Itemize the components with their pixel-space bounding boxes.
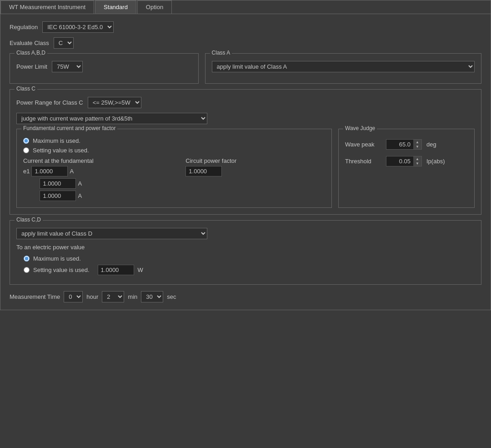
sec-select[interactable]: 0 10 20 30 40 50	[141, 291, 163, 302]
e1-row2: e1 A	[23, 178, 182, 189]
cd-radio-maximum-label: Maximum is used.	[33, 255, 81, 262]
class-cd-title: Class C,D	[15, 216, 43, 223]
evaluate-class-select[interactable]: C A B D	[54, 37, 74, 49]
judge-dropdown-select[interactable]: judge with current wave pattern of 3rd&5…	[16, 113, 207, 124]
threshold-row: Threshold ▲ ▼ Ip(abs)	[345, 156, 468, 166]
cd-setting-unit: W	[138, 267, 143, 273]
class-a-select[interactable]: apply limit value of Class A	[212, 61, 475, 72]
power-limit-label: Power Limit	[16, 63, 47, 70]
e1-unit-3: A	[78, 192, 82, 199]
power-range-select[interactable]: <= 25W,>=5W > 25W < 5W	[88, 97, 141, 108]
sec-label: sec	[167, 293, 176, 300]
evaluate-class-label: Evaluate Class	[10, 40, 49, 46]
threshold-input[interactable]	[386, 156, 413, 166]
wave-judge-title: Wave Judge	[343, 125, 377, 131]
threshold-label: Threshold	[345, 158, 381, 165]
threshold-spinbox: ▲ ▼	[386, 156, 422, 166]
power-limit-select[interactable]: 75W 100W 150W	[52, 61, 83, 72]
evaluate-class-row: Evaluate Class C A B D	[10, 37, 481, 49]
class-cd-group: Class C,D apply limit value of Class D a…	[10, 220, 481, 285]
min-select[interactable]: 0 1 2 5 10 15 20 30	[102, 291, 124, 302]
content-area: Regulation IEC 61000-3-2 Ed5.0 Evaluate …	[0, 14, 491, 310]
radio-setting-row: Setting value is used.	[23, 147, 325, 154]
power-range-label: Power Range for Class C	[16, 99, 83, 106]
wave-peak-row: Wave peak ▲ ▼ deg	[345, 139, 468, 150]
tab-option[interactable]: Option	[137, 0, 172, 14]
e1-label: e1	[23, 168, 30, 175]
radio-setting-label: Setting value is used.	[33, 147, 89, 154]
threshold-up[interactable]: ▲	[413, 156, 421, 161]
regulation-label: Regulation	[10, 24, 38, 30]
class-abd-group: Class A,B,D Power Limit 75W 100W 150W	[10, 53, 199, 84]
regulation-row: Regulation IEC 61000-3-2 Ed5.0	[10, 21, 481, 33]
e1-input-1[interactable]	[31, 166, 68, 176]
e1-input-3[interactable]	[40, 191, 76, 201]
wave-peak-spinbox: ▲ ▼	[386, 139, 422, 150]
radio-maximum-label: Maximum is used.	[33, 137, 80, 144]
class-cd-dropdown-row: apply limit value of Class D apply limit…	[16, 228, 475, 239]
judge-dropdown-row: judge with current wave pattern of 3rd&5…	[16, 113, 475, 124]
radio-setting[interactable]	[23, 147, 29, 153]
tab-wt-measurement[interactable]: WT Measurement Instrument	[0, 0, 94, 14]
radio-maximum[interactable]	[23, 138, 29, 144]
e1-unit-2: A	[78, 180, 82, 187]
e1-grid: Current at the fundamental Circuit power…	[23, 157, 325, 201]
hour-select[interactable]: 0 1 2 3	[64, 291, 83, 302]
min-label: min	[128, 293, 137, 300]
e1-row3: e1 A	[23, 191, 182, 201]
wave-peak-unit: deg	[426, 141, 436, 148]
e1-input-2[interactable]	[40, 178, 76, 189]
class-a-title: Class A	[210, 50, 232, 56]
power-limit-row: Power Limit 75W 100W 150W	[16, 61, 192, 72]
e1-row1: e1 A	[23, 166, 136, 176]
wave-peak-down[interactable]: ▼	[413, 145, 421, 150]
power-factor-input[interactable]	[185, 166, 222, 176]
fundamental-box: Fundamental current and power factor Max…	[16, 129, 332, 208]
wave-peak-input[interactable]	[386, 139, 413, 150]
threshold-unit: Ip(abs)	[426, 158, 445, 165]
class-abd-a-row: Class A,B,D Power Limit 75W 100W 150W Cl…	[10, 53, 481, 84]
class-a-group: Class A apply limit value of Class A	[205, 53, 481, 84]
tab-standard[interactable]: Standard	[95, 0, 136, 14]
cd-radio-maximum-row: Maximum is used.	[24, 255, 475, 262]
wave-peak-up[interactable]: ▲	[413, 140, 421, 145]
class-abd-title: Class A,B,D	[15, 50, 47, 56]
regulation-select[interactable]: IEC 61000-3-2 Ed5.0	[42, 21, 114, 33]
current-label: Current at the fundamental	[23, 157, 136, 164]
fundamental-title: Fundamental current and power factor	[21, 125, 117, 131]
cd-radio-setting-row: Setting value is used. W	[24, 265, 475, 275]
threshold-down[interactable]: ▼	[413, 161, 421, 166]
electric-power-label: To an electric power value	[16, 244, 85, 251]
cd-setting-input[interactable]	[98, 265, 134, 275]
measurement-time-row: Measurement Time 0 1 2 3 hour 0 1 2 5 10…	[10, 291, 481, 302]
power-range-row: Power Range for Class C <= 25W,>=5W > 25…	[16, 97, 475, 108]
class-c-group: Class C Power Range for Class C <= 25W,>…	[10, 89, 481, 215]
hour-label: hour	[86, 293, 98, 300]
cd-radio-maximum[interactable]	[24, 256, 30, 262]
radio-maximum-row: Maximum is used.	[23, 137, 325, 144]
measurement-time-label: Measurement Time	[10, 293, 60, 300]
wave-judge-box: Wave Judge Wave peak ▲ ▼	[338, 129, 475, 208]
wave-peak-label: Wave peak	[345, 141, 381, 148]
class-cd-select[interactable]: apply limit value of Class D apply limit…	[16, 228, 207, 239]
power-factor-label: Circuit power factor	[185, 157, 279, 164]
tab-bar: WT Measurement Instrument Standard Optio…	[0, 0, 491, 14]
cd-radio-setting-label: Setting value is used.	[33, 267, 90, 273]
class-c-inner: Fundamental current and power factor Max…	[16, 129, 475, 208]
electric-power-row: To an electric power value	[16, 244, 475, 251]
e1-unit-1: A	[70, 168, 74, 175]
class-c-title: Class C	[15, 86, 37, 92]
cd-radio-setting[interactable]	[24, 267, 30, 273]
main-container: WT Measurement Instrument Standard Optio…	[0, 0, 491, 310]
